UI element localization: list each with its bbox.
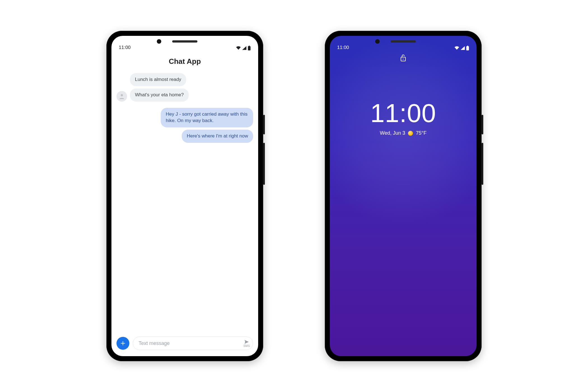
lock-clock: 11:00 bbox=[370, 99, 436, 128]
lock-date: Wed, Jun 3 bbox=[380, 130, 405, 136]
phone-side-button bbox=[482, 115, 483, 134]
message-bubble[interactable]: Here's where I'm at right now bbox=[182, 130, 253, 143]
send-button[interactable]: SMS bbox=[243, 339, 250, 347]
lock-icon-row bbox=[330, 52, 477, 62]
lock-date-row: Wed, Jun 3 75°F bbox=[380, 130, 427, 136]
message-row-incoming[interactable]: What's your eta home? bbox=[116, 88, 253, 102]
send-label: SMS bbox=[243, 344, 250, 347]
chat-app-screen: 11:00 Chat App Lunch is almost ready Wha… bbox=[111, 36, 258, 356]
message-input[interactable]: Text message SMS bbox=[133, 337, 253, 350]
phone-side-button bbox=[263, 143, 265, 185]
attach-button[interactable] bbox=[116, 337, 129, 350]
wifi-icon bbox=[454, 46, 459, 50]
battery-icon bbox=[248, 46, 251, 50]
avatar[interactable] bbox=[116, 91, 127, 102]
battery-icon bbox=[466, 46, 469, 50]
message-list[interactable]: Lunch is almost ready What's your eta ho… bbox=[111, 73, 258, 333]
phone-side-button bbox=[263, 115, 265, 134]
message-bubble[interactable]: Lunch is almost ready bbox=[130, 73, 186, 86]
signal-icon bbox=[460, 46, 465, 50]
message-row-outgoing[interactable]: Here's where I'm at right now bbox=[116, 130, 253, 143]
status-time: 11:00 bbox=[119, 45, 131, 50]
send-icon bbox=[243, 339, 250, 344]
svg-point-2 bbox=[121, 94, 123, 96]
status-time: 11:00 bbox=[337, 45, 349, 50]
lock-center: 11:00 Wed, Jun 3 75°F bbox=[330, 62, 477, 356]
app-title: Chat App bbox=[111, 52, 258, 73]
message-row-outgoing[interactable]: Hey J - sorry got carried away with this… bbox=[116, 108, 253, 127]
message-row-incoming[interactable]: Lunch is almost ready bbox=[116, 73, 253, 86]
lock-screen[interactable]: 11:00 11:00 Wed, Jun 3 75°F bbox=[330, 36, 477, 356]
status-bar: 11:00 bbox=[330, 36, 477, 52]
svg-rect-4 bbox=[467, 46, 468, 46]
signal-icon bbox=[242, 46, 247, 50]
svg-rect-3 bbox=[466, 46, 469, 50]
lock-icon bbox=[400, 54, 407, 62]
message-bubble[interactable]: What's your eta home? bbox=[130, 88, 189, 102]
composer-bar: Text message SMS bbox=[111, 333, 258, 356]
message-input-placeholder: Text message bbox=[139, 340, 243, 346]
person-icon bbox=[118, 93, 125, 100]
weather-sunny-icon bbox=[408, 131, 413, 136]
svg-rect-0 bbox=[248, 46, 250, 50]
wifi-icon bbox=[236, 46, 241, 50]
svg-rect-1 bbox=[249, 46, 250, 46]
status-bar: 11:00 bbox=[111, 36, 258, 52]
phone-left: 11:00 Chat App Lunch is almost ready Wha… bbox=[106, 31, 263, 361]
status-icons bbox=[236, 46, 251, 50]
message-bubble[interactable]: Hey J - sorry got carried away with this… bbox=[161, 108, 253, 127]
lock-temperature: 75°F bbox=[416, 130, 426, 136]
phone-side-button bbox=[482, 143, 483, 185]
svg-point-6 bbox=[403, 59, 403, 59]
phone-right: 11:00 11:00 Wed, Jun 3 75°F bbox=[325, 31, 482, 361]
status-icons bbox=[454, 46, 469, 50]
plus-icon bbox=[120, 340, 126, 346]
